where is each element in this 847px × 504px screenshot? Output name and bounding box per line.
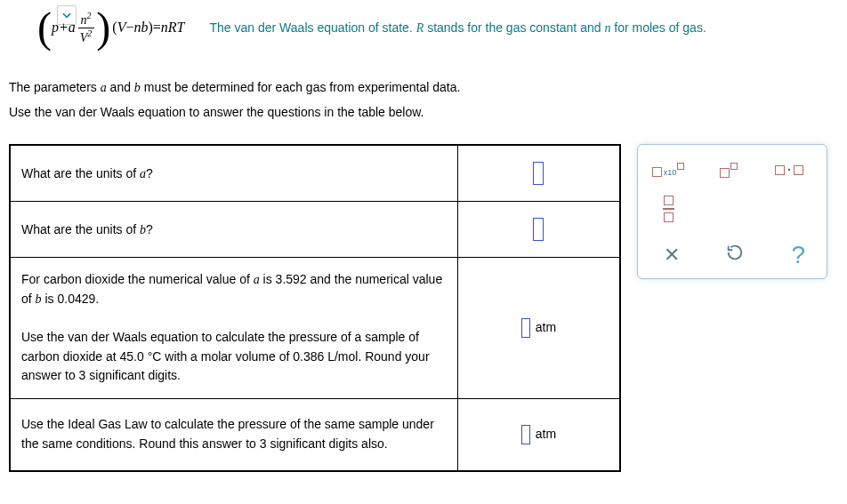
p1-e: must be determined for each gas from exp… <box>141 80 461 94</box>
p1-d: b <box>134 81 141 94</box>
placeholder-box-icon <box>794 165 803 175</box>
q2-input[interactable] <box>533 218 544 241</box>
q3-c: is <box>260 272 276 286</box>
q3-text: For carbon dioxide the numerical value o… <box>10 258 457 399</box>
table-row: What are the units of a? <box>10 145 620 202</box>
eq-p: p <box>52 20 59 36</box>
q2-text: What are the units of b? <box>10 202 457 258</box>
q3-l: with a molar volume of <box>161 349 293 364</box>
equation-row: ( p + a n2 V2 ) ( V − n b ) = n R T The … <box>37 9 706 46</box>
superscript-button[interactable] <box>711 156 746 184</box>
eq-equals: = <box>153 20 161 36</box>
table-row: Use the Ideal Gas Law to calculate the p… <box>10 399 620 471</box>
q4-unit: atm <box>536 427 556 441</box>
x10-label: x10 <box>664 168 677 177</box>
q3-answer-cell: atm <box>457 258 620 399</box>
p1-b: a <box>101 81 107 94</box>
q1-c: ? <box>146 166 153 180</box>
p1-c: and <box>107 80 134 94</box>
reset-icon <box>725 243 745 268</box>
caption-part2: stands for the gas constant and <box>424 20 604 35</box>
q3-i: . <box>95 292 99 306</box>
tool-row-3: ✕ ? <box>650 241 814 269</box>
eq-plus: + <box>59 20 69 36</box>
reset-button[interactable] <box>719 241 750 269</box>
q3-unit: atm <box>536 320 556 334</box>
q1-answer-cell <box>457 145 620 202</box>
eq-n2: n <box>133 20 141 36</box>
paragraph-1: The parameters a and b must be determine… <box>9 80 460 95</box>
multiply-dot-button[interactable]: · <box>771 156 807 184</box>
q3-f: b <box>36 292 42 306</box>
q2-answer-cell <box>457 202 620 258</box>
q1-a: What are the units of <box>21 166 140 180</box>
placeholder-box-icon <box>775 165 785 175</box>
p1-a: The parameters <box>9 80 101 94</box>
eq-frac-den-sup: 2 <box>87 28 92 38</box>
scientific-notation-button[interactable]: x10 <box>650 156 686 184</box>
questions-table: What are the units of a? What are the un… <box>9 144 621 472</box>
tool-row-1: x10 · <box>650 156 814 184</box>
eq-b: b <box>141 20 148 36</box>
q4-c: significant digits also. <box>267 436 388 451</box>
paragraph-2: Use the van der Waals equation to answer… <box>9 105 424 119</box>
fraction-bar-icon <box>663 208 674 209</box>
q3-a: For carbon dioxide the numerical value o… <box>21 272 254 286</box>
caption-part1: The van der Waals equation of state. <box>210 20 416 35</box>
clear-button[interactable]: ✕ <box>656 241 687 269</box>
placeholder-box-icon <box>730 163 738 170</box>
q1-input[interactable] <box>533 162 544 185</box>
eq-frac-num: n <box>81 13 87 27</box>
q1-text: What are the units of a? <box>10 145 457 202</box>
q4-answer-cell: atm <box>457 399 620 471</box>
eq-rhs-n: n <box>161 20 168 36</box>
q4-input[interactable] <box>521 425 530 444</box>
q4-text: Use the Ideal Gas Law to calculate the p… <box>10 399 457 471</box>
q3-h: 0.0429 <box>57 292 95 306</box>
q3-input[interactable] <box>521 318 530 338</box>
eq-a: a <box>69 20 76 36</box>
placeholder-box-icon <box>720 168 730 178</box>
equation-caption: The van der Waals equation of state. R s… <box>210 20 706 36</box>
placeholder-box-icon <box>664 212 674 222</box>
eq-V: V <box>117 20 126 36</box>
eq-frac-num-sup: 2 <box>87 11 92 20</box>
q4-b: 3 <box>260 436 267 451</box>
x-icon: ✕ <box>664 244 680 267</box>
eq-rhs-R: R <box>168 20 177 36</box>
vdw-equation: ( p + a n2 V2 ) ( V − n b ) = n R T <box>37 9 185 46</box>
q3-m: 0.386 L/mol <box>293 349 358 364</box>
table-row: For carbon dioxide the numerical value o… <box>10 258 620 399</box>
q2-c: ? <box>146 222 153 236</box>
equation-toolbox: x10 · ✕ <box>637 144 827 279</box>
q3-d: 3.592 <box>276 272 307 286</box>
tool-row-2 <box>650 195 814 223</box>
q3-g: is <box>42 292 58 306</box>
eq-minus: − <box>125 20 133 36</box>
question-icon: ? <box>792 241 806 269</box>
q3-k: 45.0 °C <box>120 349 162 364</box>
eq-rhs-T: T <box>177 20 185 36</box>
help-button[interactable]: ? <box>783 241 814 269</box>
table-row: What are the units of b? <box>10 202 620 258</box>
placeholder-box-icon <box>652 167 662 177</box>
placeholder-box-icon <box>677 163 684 170</box>
eq-frac: n2 V2 <box>77 11 95 44</box>
q3-b: a <box>254 273 260 286</box>
placeholder-box-icon <box>664 196 674 205</box>
caption-R: R <box>416 21 424 35</box>
fraction-button[interactable] <box>650 195 686 223</box>
q3-p: significant digits. <box>85 368 181 382</box>
caption-part3: for moles of gas. <box>610 20 706 35</box>
q2-a: What are the units of <box>21 222 140 236</box>
